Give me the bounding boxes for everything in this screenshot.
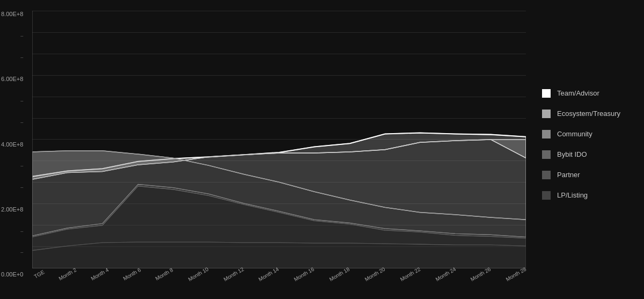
y-label-tick5: – [20,163,23,169]
legend-swatch-partner [542,171,551,179]
chart-area: 8.00E+8 – – 6.00E+8 – – 4.00E+8 – – 2.00… [32,11,526,278]
y-label-tick6: – [20,185,23,190]
legend-label-ecosystem: Ecosystem/Treasury [557,110,620,118]
x-label-m26: Month 26 [470,266,492,282]
legend-swatch-bybit [542,150,551,159]
legend-label-community: Community [557,130,592,138]
x-label-m28: Month 28 [505,266,528,282]
legend-item-community: Community [542,130,633,138]
y-label-tick4: – [20,120,23,125]
y-label-4: 4.00E+8 [1,141,23,148]
legend-swatch-ecosystem [542,110,551,118]
legend-item-bybit: Bybit IDO [542,150,633,159]
legend-swatch-lp [542,191,551,200]
chart-svg [32,11,526,268]
y-label-tick1: – [20,33,23,39]
x-label-m24: Month 24 [434,266,457,282]
x-label-m14: Month 14 [258,266,280,282]
y-label-8: 8.00E+8 [1,11,23,17]
y-label-tick3: – [20,98,23,104]
x-axis: TGE Month 2 Month 4 Month 6 Month 8 Mont… [32,272,526,278]
legend-label-lp: LP/Listing [557,191,588,199]
x-label-m18: Month 18 [328,266,351,282]
y-label-6: 6.00E+8 [1,76,23,82]
legend-label-team: Team/Advisor [557,89,599,97]
x-label-m8: Month 8 [155,267,174,282]
plot-area [32,11,526,268]
y-label-tick7: – [20,229,23,234]
x-label-m6: Month 6 [122,267,142,282]
x-label-m10: Month 10 [187,266,210,282]
legend-swatch-team [542,89,551,98]
y-axis: 8.00E+8 – – 6.00E+8 – – 4.00E+8 – – 2.00… [1,11,23,278]
x-label-tge: TGE [33,269,45,280]
y-label-0: 0.00E+0 [1,271,23,278]
legend-swatch-community [542,130,551,138]
y-label-tick8: – [20,250,23,255]
legend-item-partner: Partner [542,171,633,179]
chart-container: 8.00E+8 – – 6.00E+8 – – 4.00E+8 – – 2.00… [0,0,644,299]
legend-item-ecosystem: Ecosystem/Treasury [542,110,633,118]
area-lp-listing [32,242,526,268]
x-label-m2: Month 2 [57,267,77,282]
x-label-m12: Month 12 [222,266,245,282]
x-label-m22: Month 22 [399,266,422,282]
x-label-m4: Month 4 [90,267,109,282]
x-label-m20: Month 20 [364,266,386,282]
y-label-2: 2.00E+8 [1,206,23,213]
legend-label-partner: Partner [557,171,580,179]
legend-label-bybit: Bybit IDO [557,150,587,158]
legend-item-team: Team/Advisor [542,89,633,98]
x-label-m16: Month 16 [293,266,316,282]
y-label-tick2: – [20,55,23,60]
legend-item-lp: LP/Listing [542,191,633,200]
legend: Team/Advisor Ecosystem/Treasury Communit… [526,11,644,278]
